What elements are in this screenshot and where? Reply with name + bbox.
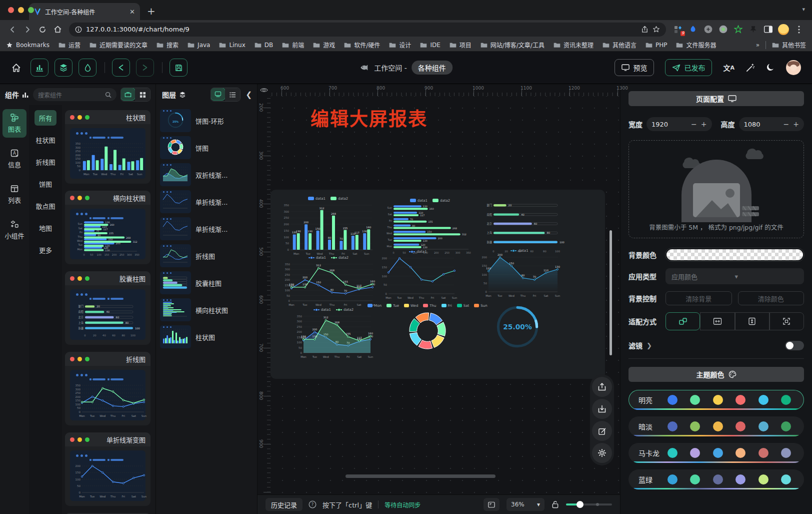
bookmark-folder[interactable]: 资讯未整理 bbox=[554, 41, 594, 49]
component-card-bar[interactable]: 柱状图 050100150200250300350MonTueWedThuFri… bbox=[65, 110, 150, 184]
dark-mode-moon-icon[interactable] bbox=[766, 63, 775, 72]
bookmark-folder[interactable]: DB bbox=[254, 41, 273, 49]
component-card-capsule[interactable]: 胶囊柱图 厦门20南阳40北京60上海80新疆100020406080100 bbox=[65, 271, 150, 345]
progress-ring[interactable]: 25.00% bbox=[494, 304, 540, 350]
dashboard-preview[interactable]: data1data2050100150200250300350MonTueWed… bbox=[270, 190, 605, 379]
lock-icon[interactable] bbox=[552, 500, 559, 508]
bookmark-folder[interactable]: 搜索 bbox=[156, 41, 178, 49]
plus-icon[interactable]: + bbox=[793, 120, 799, 128]
search-input[interactable]: 搜索组件 bbox=[33, 88, 116, 101]
canvas-viewport[interactable]: 编辑大屏报表 data1data2050100150200250300350Mo… bbox=[270, 96, 620, 494]
layers-list-view-button[interactable] bbox=[225, 88, 240, 101]
bookmark-folder[interactable]: 游戏 bbox=[313, 41, 335, 49]
category-柱状图[interactable]: 柱状图 bbox=[31, 132, 60, 148]
adapt-height-button[interactable] bbox=[735, 312, 770, 330]
bookmark-folder[interactable]: 文件服务器 bbox=[676, 41, 716, 49]
gear-icon[interactable] bbox=[592, 443, 612, 463]
shortcut-panel-button[interactable] bbox=[484, 498, 500, 511]
extension-pin-icon[interactable] bbox=[748, 25, 758, 35]
theme-row-明亮[interactable]: 明亮 bbox=[628, 390, 804, 410]
wand-icon[interactable] bbox=[746, 63, 755, 73]
bookmarks-manager[interactable]: Bookmarks bbox=[6, 42, 50, 49]
component-card-line1[interactable]: 单折线渐变图 050100150200MonTueWedThuFriSatSun bbox=[65, 432, 150, 506]
minus-icon[interactable]: − bbox=[691, 120, 697, 128]
undo-button[interactable] bbox=[112, 59, 130, 77]
components-box-view-button[interactable] bbox=[120, 88, 136, 101]
browser-menu-icon[interactable] bbox=[794, 25, 804, 35]
share-icon[interactable] bbox=[641, 26, 648, 33]
app-type-select[interactable]: 应用颜色 ▾ bbox=[666, 268, 804, 284]
bookmark-folder[interactable]: Linux bbox=[219, 41, 245, 49]
bookmark-folder[interactable]: 网站/博客/文章/工具 bbox=[480, 41, 544, 49]
background-color-picker[interactable] bbox=[666, 248, 804, 261]
filter-toggle[interactable] bbox=[785, 341, 804, 350]
single-line-gradient-chart[interactable]: data1050100150200MonTueWedThuFriSatSun bbox=[378, 249, 458, 301]
width-input[interactable]: 1920−+ bbox=[646, 117, 712, 131]
ring-pie-chart[interactable]: MonTueWedThuFriSatSun bbox=[354, 303, 500, 363]
chevron-right-icon[interactable]: ❯ bbox=[646, 342, 652, 349]
url-bar[interactable]: 127.0.0.1:3000/#/chart/home/9 bbox=[69, 23, 666, 37]
canvas-vertical-scrollbar[interactable] bbox=[610, 230, 612, 355]
layer-item[interactable]: 横向柱状图 bbox=[160, 298, 253, 321]
language-toggle-icon[interactable]: 文A bbox=[723, 63, 734, 73]
sidebar-nav-信息[interactable]: A信息 bbox=[2, 145, 26, 173]
layer-item[interactable]: 25% 饼图-环形 bbox=[160, 109, 253, 132]
zoom-slider[interactable] bbox=[566, 503, 612, 505]
zoom-window-icon[interactable] bbox=[28, 7, 34, 13]
preview-button[interactable]: 预览 bbox=[614, 59, 654, 76]
save-button[interactable] bbox=[170, 59, 188, 77]
other-bookmarks-folder[interactable]: 其他书签 bbox=[772, 41, 806, 49]
reload-icon[interactable] bbox=[36, 26, 49, 34]
close-window-icon[interactable] bbox=[8, 7, 14, 13]
layers-panel-toggle-button[interactable] bbox=[54, 59, 72, 77]
edit-icon[interactable] bbox=[592, 421, 612, 441]
bookmark-folder[interactable]: 前端 bbox=[282, 41, 304, 49]
bookmark-folder[interactable]: 软件/硬件 bbox=[344, 41, 380, 49]
layer-item[interactable]: 折线图 bbox=[160, 244, 253, 267]
component-card-hbar[interactable]: 横向柱状图 050100150200250300350Mon120130Tue2… bbox=[65, 191, 150, 264]
layer-item[interactable]: 双折线渐... bbox=[160, 163, 253, 186]
new-tab-button[interactable]: + bbox=[147, 5, 156, 17]
app-home-icon[interactable] bbox=[11, 63, 22, 73]
layer-item[interactable]: 单折线渐... bbox=[160, 190, 253, 213]
publish-button[interactable]: 已发布 bbox=[665, 59, 712, 76]
charts-panel-toggle-button[interactable] bbox=[30, 59, 48, 77]
history-button[interactable]: 历史记录 bbox=[266, 498, 302, 511]
import-icon[interactable] bbox=[592, 399, 612, 419]
bookmark-folder[interactable]: 设计 bbox=[389, 41, 411, 49]
bookmarks-overflow-icon[interactable]: » bbox=[756, 42, 760, 49]
sidebar-nav-图表[interactable]: 图表 bbox=[2, 109, 26, 138]
layer-item[interactable]: 单折线渐... bbox=[160, 217, 253, 240]
sidebar-toggle-icon[interactable] bbox=[763, 25, 773, 35]
plus-icon[interactable]: + bbox=[701, 120, 707, 128]
components-grid-view-button[interactable] bbox=[135, 88, 150, 101]
tab-search-chevron-icon[interactable]: ▾ bbox=[802, 6, 805, 13]
layer-item[interactable]: 饼图 bbox=[160, 136, 253, 159]
category-饼图[interactable]: 饼图 bbox=[34, 176, 56, 192]
forward-icon[interactable] bbox=[21, 26, 34, 34]
extension-circle1-icon[interactable] bbox=[703, 25, 713, 35]
layers-thumbnail-view-button[interactable] bbox=[210, 88, 226, 101]
collapse-layers-icon[interactable]: ❮ bbox=[244, 90, 253, 99]
bookmark-folder[interactable]: 运营 bbox=[58, 41, 80, 49]
minimize-window-icon[interactable] bbox=[18, 7, 24, 13]
bookmark-folder[interactable]: IDE bbox=[420, 41, 440, 49]
project-name-pill[interactable]: 各种组件 bbox=[412, 61, 452, 75]
minus-icon[interactable]: − bbox=[784, 120, 790, 128]
tab-close-icon[interactable]: ✕ bbox=[130, 8, 135, 16]
line-chart[interactable]: data1data2050100150200250300350MonTueWed… bbox=[282, 255, 376, 308]
layer-item[interactable]: 胶囊柱图 bbox=[160, 271, 253, 294]
single-line-area-chart[interactable]: data1050100150200MonTueWedThuFriSatSun12… bbox=[478, 248, 560, 299]
category-更多[interactable]: 更多 bbox=[34, 242, 56, 258]
sidebar-nav-小组件[interactable]: 小组件 bbox=[2, 216, 26, 244]
background-upload-dropzone[interactable]: 背景图需小于 5M ， 格式为 png/jpg/gif 的文件 bbox=[628, 140, 804, 238]
sidebar-nav-列表[interactable]: 列表 bbox=[2, 180, 26, 209]
site-info-icon[interactable] bbox=[75, 26, 82, 33]
bookmark-folder[interactable]: Java bbox=[188, 41, 210, 49]
detail-panel-toggle-button[interactable] bbox=[78, 59, 96, 77]
theme-color-header[interactable]: 主题颜色 bbox=[628, 367, 804, 382]
bookmark-folder[interactable]: 近期需要读的文章 bbox=[90, 41, 148, 49]
export-icon[interactable] bbox=[592, 377, 612, 397]
extension-circle2-icon[interactable] bbox=[718, 25, 728, 35]
theme-row-暗淡[interactable]: 暗淡 bbox=[628, 416, 804, 436]
